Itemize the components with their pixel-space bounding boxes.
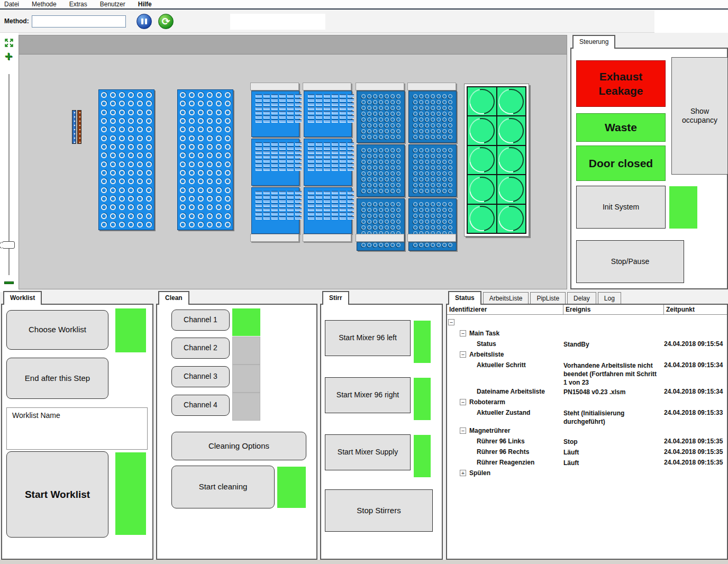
- clean-panel: Clean Channel 1 Channel 2 Channel 3 Chan…: [156, 291, 317, 560]
- sample-strip-brown: [77, 110, 81, 144]
- tree-timestamp: [664, 318, 727, 319]
- tree-event: Steht (Initialisierung durchgeführt): [563, 408, 664, 426]
- start-cleaning-button[interactable]: Start cleaning: [171, 466, 275, 508]
- tree-label: Arbeitsliste: [469, 351, 504, 358]
- tree-collapse-icon[interactable]: −: [460, 330, 466, 336]
- fit-view-icon[interactable]: [4, 38, 14, 48]
- start-worklist-button[interactable]: Start Worklist: [6, 451, 108, 538]
- worklist-panel: Worklist Choose Worklist End after this …: [1, 291, 153, 560]
- init-system-button[interactable]: Init System: [576, 186, 666, 229]
- menu-datei[interactable]: Datei: [4, 1, 19, 8]
- toolbar-status-display: [230, 14, 325, 30]
- column-ereignis[interactable]: Ereignis: [563, 305, 664, 314]
- refresh-button[interactable]: ⟳: [158, 14, 174, 29]
- tree-timestamp: 24.04.2018 09:15:35: [664, 458, 727, 466]
- tree-row: Aktueller ZustandSteht (Initialisierung …: [447, 408, 727, 426]
- pause-button[interactable]: [136, 14, 152, 29]
- choose-worklist-button[interactable]: Choose Worklist: [6, 310, 108, 350]
- tree-expand-icon[interactable]: +: [460, 470, 466, 476]
- door-closed-indicator: Door closed: [576, 145, 666, 181]
- tab-arbeitsliste[interactable]: ArbeitsListe: [483, 292, 529, 304]
- tree-timestamp: 24.04.2018 09:15:54: [664, 339, 727, 348]
- tree-row: StatusStandBy24.04.2018 09:15:54: [447, 339, 727, 350]
- method-label: Method:: [4, 17, 29, 25]
- tree-collapse-icon[interactable]: −: [460, 399, 466, 405]
- show-occupancy-button[interactable]: Show occupancy: [671, 57, 728, 175]
- vial-rack-carrier-2: [407, 83, 458, 242]
- start-cleaning-indicator: [277, 467, 306, 508]
- channel-2-button[interactable]: Channel 2: [171, 338, 230, 359]
- tree-row: Rührer ReagenzienLäuft24.04.2018 09:15:3…: [447, 458, 727, 468]
- zoom-in-icon[interactable]: +: [3, 51, 14, 62]
- tree-timestamp: 24.04.2018 09:15:35: [664, 447, 727, 456]
- tree-event: StandBy: [563, 339, 664, 349]
- channel-3-button[interactable]: Channel 3: [171, 366, 230, 387]
- tree-event: Vorhandene Arbeitsliste nicht beendet (F…: [563, 360, 664, 387]
- zoom-slider-thumb[interactable]: [2, 241, 15, 249]
- stop-stirrers-button[interactable]: Stop Stirrers: [325, 489, 433, 532]
- tab-delay[interactable]: Delay: [567, 292, 596, 304]
- channel-4-button[interactable]: Channel 4: [171, 395, 230, 416]
- end-after-step-button[interactable]: End after this Step: [6, 358, 108, 399]
- tree-timestamp: [664, 329, 727, 330]
- tree-label: Magnetrührer: [469, 427, 510, 434]
- start-mixer-supply-button[interactable]: Start Mixer Supply: [325, 434, 411, 470]
- tab-clean[interactable]: Clean: [158, 291, 189, 305]
- mixer-96-right-indicator: [414, 378, 431, 420]
- pause-icon: [141, 19, 143, 24]
- well-plate-right: [177, 89, 233, 230]
- tip-rack-carrier-1: [250, 83, 301, 242]
- tab-pipliste[interactable]: PipListe: [530, 292, 566, 304]
- tree-event: Läuft: [563, 447, 664, 457]
- status-tree: −−Main TaskStatusStandBy24.04.2018 09:15…: [447, 315, 727, 559]
- tree-event: PN15048 v0.23 .xlsm: [563, 387, 664, 396]
- stop-pause-button[interactable]: Stop/Pause: [576, 240, 684, 283]
- column-zeitpunkt[interactable]: Zeitpunkt: [664, 305, 727, 314]
- tree-label: Rührer 96 Links: [477, 438, 525, 445]
- tree-timestamp: [664, 397, 727, 398]
- tree-event: Stop: [563, 436, 664, 446]
- menu-hilfe[interactable]: Hilfe: [138, 1, 152, 8]
- cleaning-options-button[interactable]: Cleaning Options: [171, 432, 306, 460]
- tree-row: +Spülen: [447, 468, 727, 479]
- tree-timestamp: 24.04.2018 09:15:33: [664, 408, 727, 416]
- tree-collapse-icon[interactable]: −: [460, 351, 466, 358]
- tree-collapse-icon[interactable]: −: [460, 427, 466, 434]
- tab-log[interactable]: Log: [598, 292, 621, 304]
- window-bottom-strip: [0, 560, 728, 564]
- channel-1-indicator: [232, 308, 260, 336]
- menu-methode[interactable]: Methode: [32, 1, 57, 8]
- tree-event: [563, 468, 664, 469]
- tab-stirr[interactable]: Stirr: [322, 291, 349, 305]
- status-table-header: Identifizierer Ereignis Zeitpunkt: [447, 305, 727, 315]
- tree-event: [563, 318, 664, 319]
- tree-row: −: [447, 318, 727, 329]
- menu-bar: Datei Methode Extras Benutzer Hilfe: [0, 0, 728, 10]
- status-panel: Status ArbeitsListe PipListe Delay Log I…: [446, 291, 728, 560]
- tree-collapse-icon[interactable]: −: [448, 319, 454, 325]
- tab-worklist[interactable]: Worklist: [3, 291, 42, 305]
- waste-indicator: Waste: [576, 113, 666, 142]
- tree-timestamp: [664, 350, 727, 351]
- start-mixer-96-left-button[interactable]: Start Mixer 96 left: [325, 320, 411, 356]
- column-identifizierer[interactable]: Identifizierer: [447, 305, 563, 314]
- start-mixer-96-right-button[interactable]: Start Mixer 96 right: [325, 377, 411, 413]
- worklist-name-box[interactable]: Worklist Name: [6, 407, 148, 450]
- start-worklist-indicator: [115, 452, 146, 535]
- tree-label: Aktueller Schritt: [477, 361, 526, 369]
- well-plate-left: [98, 89, 154, 230]
- mixer-supply-indicator: [414, 435, 431, 477]
- menu-benutzer[interactable]: Benutzer: [100, 1, 125, 8]
- tree-label: Spülen: [469, 469, 490, 477]
- deck-view: [19, 35, 567, 289]
- tab-steuerung[interactable]: Steuerung: [572, 35, 615, 49]
- tree-timestamp: [664, 426, 727, 427]
- zoom-out-icon[interactable]: [4, 281, 14, 284]
- tree-event: Läuft: [563, 458, 664, 467]
- method-input[interactable]: [32, 15, 126, 28]
- tree-timestamp: 24.04.2018 09:15:35: [664, 436, 727, 445]
- tab-status[interactable]: Status: [448, 291, 481, 305]
- menu-extras[interactable]: Extras: [69, 1, 87, 8]
- channel-1-button[interactable]: Channel 1: [171, 310, 230, 331]
- tree-row: −Main Task: [447, 329, 727, 339]
